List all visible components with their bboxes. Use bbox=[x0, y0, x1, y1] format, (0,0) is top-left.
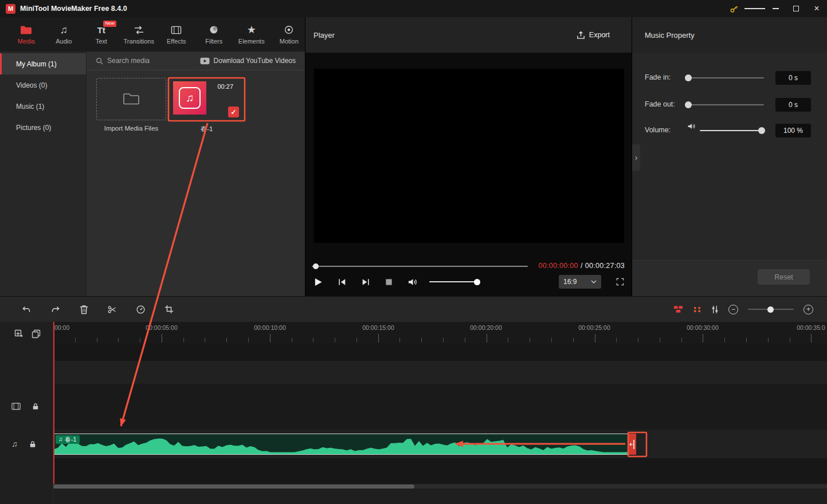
fade-in-handle[interactable] bbox=[685, 74, 692, 81]
search-icon bbox=[96, 57, 103, 65]
timeline-zoom-handle[interactable] bbox=[767, 306, 774, 313]
add-to-track-icon[interactable] bbox=[14, 329, 23, 338]
playhead-flag[interactable] bbox=[53, 322, 54, 328]
app-logo-icon: M bbox=[6, 4, 15, 14]
new-badge: New bbox=[103, 21, 116, 27]
tab-text-label: Text bbox=[96, 38, 107, 45]
tab-transitions[interactable]: Transitions bbox=[123, 19, 155, 49]
crop-button[interactable] bbox=[164, 305, 174, 314]
transport-controls: 16:9 bbox=[305, 271, 632, 296]
tab-motion-label: Motion bbox=[280, 38, 299, 45]
reset-button[interactable]: Reset bbox=[758, 269, 810, 285]
aspect-ratio-select[interactable]: 16:9 bbox=[559, 275, 601, 289]
player-volume-slider[interactable] bbox=[429, 281, 480, 282]
video-track-icon[interactable] bbox=[11, 403, 21, 410]
previous-frame-button[interactable] bbox=[338, 278, 347, 286]
player-volume-icon[interactable] bbox=[407, 277, 418, 287]
maximize-button[interactable] bbox=[786, 0, 806, 17]
chip-music-note-icon: ♫ bbox=[58, 436, 63, 443]
audio-clip[interactable]: ♫ 春-1 bbox=[53, 434, 630, 455]
tab-audio[interactable]: ♫ Audio bbox=[48, 19, 80, 49]
collapse-panel-button[interactable]: › bbox=[632, 144, 640, 171]
timeline-zoom-slider[interactable] bbox=[748, 309, 794, 310]
tab-media[interactable]: Media bbox=[10, 19, 42, 49]
level-adjust-icon[interactable] bbox=[711, 305, 719, 314]
video-track-lock-icon[interactable] bbox=[32, 403, 39, 410]
clip-name-label: 春-1 bbox=[65, 436, 77, 443]
download-youtube-button[interactable]: Download YouTube Videos bbox=[200, 57, 296, 65]
play-button[interactable] bbox=[313, 277, 323, 287]
redo-button[interactable] bbox=[50, 305, 61, 314]
tab-motion[interactable]: Motion bbox=[273, 19, 305, 49]
sidebar-item-label: Videos (0) bbox=[16, 81, 47, 89]
menu-icon[interactable] bbox=[744, 0, 765, 17]
track-manager-icon[interactable] bbox=[673, 305, 683, 313]
sidebar-item-music[interactable]: Music (1) bbox=[0, 96, 86, 117]
fade-out-row: Fade out: 0 s bbox=[632, 98, 827, 112]
timeline-toolbar: − + bbox=[0, 296, 827, 322]
video-preview[interactable] bbox=[314, 69, 624, 243]
minimize-button[interactable] bbox=[765, 0, 786, 17]
sidebar-item-videos[interactable]: Videos (0) bbox=[0, 74, 86, 96]
sidebar-item-pictures[interactable]: Pictures (0) bbox=[0, 117, 86, 138]
fade-out-value[interactable]: 0 s bbox=[775, 98, 811, 112]
minus-icon: − bbox=[731, 306, 735, 313]
tab-filters[interactable]: Filters bbox=[198, 19, 230, 49]
app-title: MiniTool MovieMaker Free 8.4.0 bbox=[20, 5, 127, 13]
tab-elements[interactable]: ★ Elements bbox=[236, 19, 268, 49]
media-item-audio-clip[interactable]: ♫ 00:27 ✓ bbox=[168, 78, 245, 121]
speed-button[interactable] bbox=[136, 305, 146, 314]
seek-handle[interactable] bbox=[313, 263, 319, 269]
playhead[interactable] bbox=[53, 322, 54, 484]
import-folder-icon bbox=[123, 92, 140, 106]
audio-thumbnail: ♫ bbox=[173, 81, 206, 115]
layered-tracks-icon[interactable] bbox=[32, 329, 41, 338]
video-track-row[interactable] bbox=[53, 384, 827, 430]
license-key-icon[interactable] bbox=[724, 0, 744, 17]
export-button[interactable]: Export bbox=[577, 31, 610, 40]
undo-button[interactable] bbox=[21, 305, 32, 314]
audio-track-icon[interactable] bbox=[693, 306, 701, 313]
zoom-out-button[interactable]: − bbox=[728, 305, 738, 314]
clip-name-chip: ♫ 春-1 bbox=[56, 435, 80, 444]
fade-out-slider[interactable] bbox=[686, 104, 764, 105]
timeline-scrollbar[interactable] bbox=[53, 484, 827, 489]
export-label: Export bbox=[589, 31, 610, 39]
import-media-files-button[interactable] bbox=[96, 78, 166, 120]
timeline-body[interactable]: 00:00 00:00:05:00 00:00:10:00 00:00:15:0… bbox=[53, 322, 827, 504]
timeline-scrollbar-thumb[interactable] bbox=[53, 485, 414, 489]
delete-button[interactable] bbox=[80, 305, 88, 314]
volume-value[interactable]: 100 % bbox=[775, 124, 811, 137]
tab-transitions-label: Transitions bbox=[124, 38, 154, 45]
seek-bar[interactable] bbox=[312, 266, 528, 267]
clip-trim-handle[interactable] bbox=[629, 434, 636, 455]
fade-out-handle[interactable] bbox=[685, 101, 692, 108]
elements-star-icon: ★ bbox=[247, 24, 256, 36]
music-track-icon[interactable]: ♫ bbox=[11, 439, 18, 448]
volume-slider[interactable] bbox=[700, 130, 764, 131]
tab-text[interactable]: New Tt Text bbox=[85, 19, 117, 49]
volume-handle[interactable] bbox=[758, 127, 765, 134]
tab-media-label: Media bbox=[18, 38, 35, 45]
fullscreen-button[interactable] bbox=[616, 277, 625, 286]
time-display: 00:00:00:00/00:00:27:03 bbox=[539, 262, 625, 270]
fade-in-value[interactable]: 0 s bbox=[775, 71, 811, 85]
tab-effects-label: Effects bbox=[167, 38, 186, 45]
stop-button[interactable] bbox=[385, 278, 393, 286]
motion-icon bbox=[284, 24, 294, 36]
video-track-header bbox=[11, 403, 39, 410]
music-property-panel: Music Property Fade in: 0 s Fade out: 0 … bbox=[632, 17, 827, 296]
sidebar-item-my-album[interactable]: My Album (1) bbox=[0, 53, 86, 74]
close-button[interactable]: × bbox=[806, 0, 827, 17]
music-track-lock-icon[interactable] bbox=[29, 440, 36, 448]
search-media-button[interactable]: Search media bbox=[96, 57, 150, 65]
track-headers: ♫ bbox=[0, 322, 53, 504]
next-frame-button[interactable] bbox=[361, 278, 370, 286]
fade-in-slider[interactable] bbox=[686, 77, 764, 78]
zoom-in-button[interactable]: + bbox=[804, 305, 813, 314]
chevron-down-icon bbox=[591, 280, 597, 284]
tab-effects[interactable]: Effects bbox=[160, 19, 193, 49]
split-scissors-button[interactable] bbox=[107, 305, 117, 314]
player-volume-handle[interactable] bbox=[474, 279, 480, 285]
selected-checkbox[interactable]: ✓ bbox=[228, 107, 239, 117]
